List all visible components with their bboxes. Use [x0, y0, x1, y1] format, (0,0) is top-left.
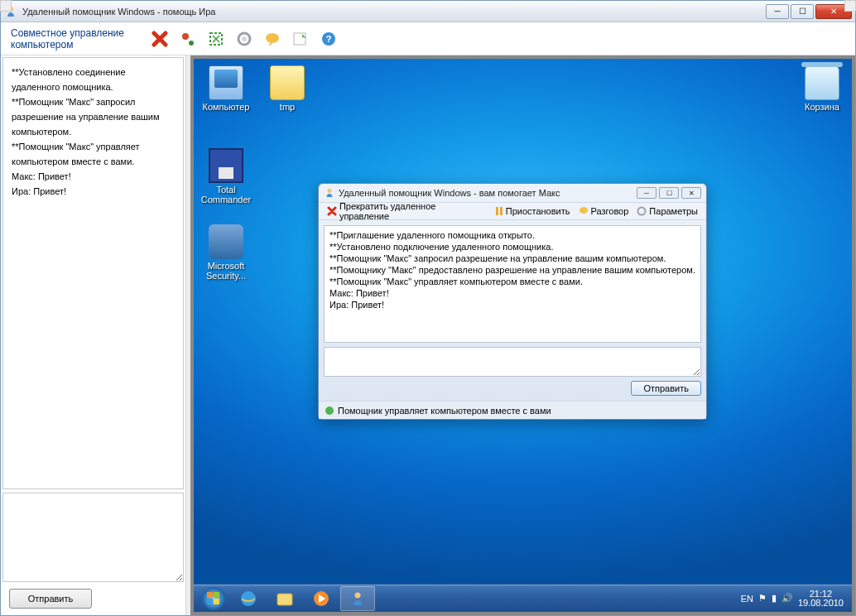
chat-icon[interactable] — [264, 31, 281, 47]
chat-log: **Установлено соединение удаленного помо… — [2, 57, 184, 489]
save-icon[interactable] — [292, 31, 309, 47]
inner-minimize-button[interactable]: ─ — [637, 187, 656, 199]
svg-rect-18 — [207, 599, 213, 604]
minimize-button[interactable]: ─ — [766, 4, 789, 19]
window-title: Удаленный помощник Windows - помощь Ира — [22, 7, 764, 17]
inner-log-line: **Помощнику "Макс" предоставлено разреше… — [329, 264, 695, 276]
tray-clock[interactable]: 21:12 19.08.2010 — [798, 590, 844, 608]
left-panel: **Установлено соединение удаленного помо… — [1, 55, 186, 615]
inner-titlebar[interactable]: Удаленный помощник Windows - вам помогае… — [319, 184, 706, 202]
start-button[interactable] — [197, 585, 230, 612]
desktop-icon-computer[interactable]: Компьютер — [200, 65, 252, 112]
window-controls: ─ ☐ ✕ — [764, 4, 852, 19]
computer-icon — [209, 65, 243, 100]
stop-remote-control-button[interactable]: Прекратить удаленное управление — [324, 200, 490, 222]
inner-send-button[interactable]: Отправить — [631, 381, 701, 396]
taskbar-explorer[interactable] — [267, 586, 302, 611]
outer-window: Удаленный помощник Windows - помощь Ира … — [0, 0, 856, 616]
desktop-icon-label: Корзина — [796, 102, 848, 112]
svg-rect-12 — [500, 207, 503, 215]
svg-point-6 — [266, 33, 279, 43]
pause-label: Приостановить — [506, 206, 570, 216]
chat-log-line: **Помощник "Макс" запросил разрешение на… — [12, 94, 175, 139]
chat-log-line: Ира: Привет! — [12, 184, 175, 199]
tray-flag-icon[interactable]: ⚑ — [758, 593, 767, 604]
shield-icon — [209, 224, 243, 259]
chat-label: Разговор — [591, 206, 629, 216]
settings-label: Параметры — [649, 206, 698, 216]
inner-log-line: **Приглашение удаленного помощника откры… — [329, 229, 695, 241]
system-tray[interactable]: EN ⚑ ▮ 🔊 21:12 19.08.2010 — [741, 590, 849, 608]
floppy-icon — [209, 148, 243, 183]
chat-log-line: Макс: Привет! — [12, 169, 175, 184]
fit-screen-icon[interactable] — [208, 31, 224, 47]
svg-rect-7 — [294, 33, 305, 45]
tray-network-icon[interactable]: ▮ — [772, 593, 777, 604]
taskbar: EN ⚑ ▮ 🔊 21:12 19.08.2010 — [194, 584, 852, 612]
svg-point-23 — [355, 592, 361, 598]
taskbar-wmp[interactable] — [304, 586, 339, 611]
desktop-icon-recycle[interactable]: Корзина — [796, 65, 848, 112]
inner-maximize-button[interactable]: ☐ — [659, 187, 679, 199]
tray-date: 19.08.2010 — [798, 599, 844, 608]
send-button[interactable]: Отправить — [9, 589, 92, 609]
remote-desktop-view: КомпьютерtmpTotal CommanderMicrosoft Sec… — [190, 55, 855, 615]
inner-window-title: Удаленный помощник Windows - вам помогае… — [339, 188, 560, 198]
titlebar[interactable]: Удаленный помощник Windows - помощь Ира … — [1, 1, 855, 22]
desktop-icon-tmp[interactable]: tmp — [262, 65, 313, 112]
inner-status-text: Помощник управляет компьютером вместе с … — [338, 406, 551, 416]
remote-screen[interactable]: КомпьютерtmpTotal CommanderMicrosoft Sec… — [194, 59, 852, 612]
inner-log-line: Макс: Привет! — [329, 287, 695, 299]
inner-chat-input[interactable] — [324, 347, 701, 377]
tray-volume-icon[interactable]: 🔊 — [781, 593, 793, 604]
inner-close-button[interactable]: ✕ — [681, 187, 701, 199]
svg-point-13 — [579, 207, 588, 214]
svg-point-2 — [189, 41, 194, 46]
svg-rect-17 — [214, 592, 219, 598]
maximize-button[interactable]: ☐ — [791, 4, 814, 19]
settings-icon[interactable] — [236, 31, 252, 47]
help-icon[interactable]: ? — [320, 31, 337, 47]
desktop-icon-label: tmp — [262, 102, 313, 112]
disconnect-icon[interactable] — [180, 31, 196, 47]
stop-icon[interactable] — [151, 31, 168, 47]
inner-log-line: Ира: Привет! — [329, 299, 695, 310]
stop-remote-control-label: Прекратить удаленное управление — [339, 201, 487, 221]
inner-status-bar: Помощник управляет компьютером вместе с … — [319, 401, 706, 419]
chat-button[interactable]: Разговор — [575, 205, 632, 217]
inner-log-line: **Помощник "Макс" запросил разрешение на… — [329, 253, 695, 264]
desktop-icon-mse[interactable]: Microsoft Security... — [200, 224, 252, 281]
status-dot-icon — [325, 407, 334, 415]
svg-rect-16 — [207, 592, 213, 598]
inner-toolbar: Прекратить удаленное управление Приостан… — [319, 202, 706, 220]
desktop-icon-totalcmd[interactable]: Total Commander — [200, 148, 252, 205]
svg-text:?: ? — [326, 34, 332, 44]
settings-button[interactable]: Параметры — [633, 205, 701, 217]
inner-log-line: **Установлено подключение удаленного пом… — [329, 241, 695, 253]
desktop-icon-label: Total Commander — [200, 185, 252, 205]
inner-remote-assist-window[interactable]: Удаленный помощник Windows - вам помогае… — [318, 183, 707, 420]
recycle-icon — [805, 65, 839, 100]
svg-point-14 — [638, 208, 646, 215]
share-control-link[interactable]: Совместное управление компьютером — [11, 27, 143, 51]
tray-lang[interactable]: EN — [741, 594, 753, 604]
svg-rect-21 — [277, 594, 292, 605]
svg-point-5 — [242, 36, 247, 41]
svg-point-10 — [328, 189, 332, 193]
toolbar: Совместное управление компьютером ? — [1, 22, 855, 55]
inner-chat-log: **Приглашение удаленного помощника откры… — [324, 225, 701, 343]
chat-log-line: **Установлено соединение удаленного помо… — [12, 65, 175, 94]
tray-time: 21:12 — [798, 590, 844, 599]
chat-input[interactable] — [2, 493, 184, 582]
taskbar-remote-assist[interactable] — [340, 586, 375, 611]
pause-button[interactable]: Приостановить — [492, 205, 574, 217]
desktop-icon-label: Microsoft Security... — [200, 261, 252, 281]
svg-rect-19 — [214, 599, 219, 604]
remote-assist-icon — [324, 187, 335, 199]
svg-rect-11 — [496, 207, 498, 215]
chat-log-line: **Помощник "Макс" управляет компьютером … — [12, 139, 175, 169]
inner-log-line: **Помощник "Макс" управляет компьютером … — [329, 276, 695, 287]
folder-icon — [270, 65, 305, 100]
taskbar-ie[interactable] — [231, 586, 266, 611]
desktop-icon-label: Компьютер — [200, 102, 252, 112]
